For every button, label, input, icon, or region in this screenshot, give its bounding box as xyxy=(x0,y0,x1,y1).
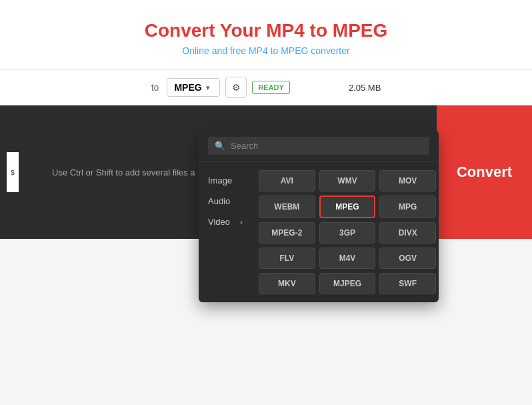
format-button-webm[interactable]: WEBM xyxy=(259,195,315,218)
categories-panel: ImageAudioVideo› xyxy=(199,170,252,294)
format-button-wmv[interactable]: WMV xyxy=(319,170,376,191)
settings-button[interactable]: ⚙ xyxy=(225,77,247,98)
format-button-mpeg[interactable]: MPEG xyxy=(319,195,376,218)
header-section: Convert Your MP4 to MPEG Online and free… xyxy=(0,0,532,70)
format-button-divx[interactable]: DIVX xyxy=(379,222,436,244)
popup-body: ImageAudioVideo› AVIWMVMOVWEBMMPEGMPGMPE… xyxy=(199,162,439,294)
to-label: to xyxy=(151,82,159,93)
search-input[interactable] xyxy=(231,141,423,151)
toolbar: to MPEG ▾ ⚙ READY 2.05 MB xyxy=(0,70,532,105)
convert-button[interactable]: Convert xyxy=(437,105,532,239)
format-button-mkv[interactable]: MKV xyxy=(259,273,315,294)
category-item-image[interactable]: Image xyxy=(205,170,245,191)
format-button-3gp[interactable]: 3GP xyxy=(319,222,376,244)
chevron-down-icon: ▾ xyxy=(206,84,209,91)
format-button-avi[interactable]: AVI xyxy=(259,170,315,191)
selected-format-label: MPEG xyxy=(174,82,201,93)
search-container: 🔍 xyxy=(199,130,439,162)
page-title: Convert Your MP4 to MPEG xyxy=(13,20,519,41)
format-button-mpg[interactable]: MPG xyxy=(379,195,436,218)
page-subtitle: Online and free MP4 to MPEG converter xyxy=(13,45,519,56)
format-button-swf[interactable]: SWF xyxy=(379,273,436,294)
add-files-hint: Use Ctrl or Shift to add several files a xyxy=(52,167,195,177)
search-icon: 🔍 xyxy=(215,141,225,151)
category-item-audio[interactable]: Audio xyxy=(205,191,245,212)
format-button-ogv[interactable]: OGV xyxy=(379,248,436,269)
formats-grid: AVIWMVMOVWEBMMPEGMPGMPEG-23GPDIVXFLVM4VO… xyxy=(252,170,439,294)
file-size-label: 2.05 MB xyxy=(349,83,381,93)
side-panel-button[interactable]: s xyxy=(7,152,19,192)
chevron-right-icon: › xyxy=(240,217,243,227)
format-popup: 🔍 ImageAudioVideo› AVIWMVMOVWEBMMPEGMPGM… xyxy=(199,130,439,302)
gear-icon: ⚙ xyxy=(232,82,241,93)
format-button-mov[interactable]: MOV xyxy=(379,170,436,191)
status-badge: READY xyxy=(252,81,290,94)
format-button-flv[interactable]: FLV xyxy=(259,248,315,269)
format-button-mpeg-2[interactable]: MPEG-2 xyxy=(259,222,315,244)
category-item-video[interactable]: Video› xyxy=(205,212,245,232)
format-dropdown[interactable]: MPEG ▾ xyxy=(167,78,220,97)
format-button-mjpeg[interactable]: MJPEG xyxy=(319,273,376,294)
format-button-m4v[interactable]: M4V xyxy=(319,248,376,269)
